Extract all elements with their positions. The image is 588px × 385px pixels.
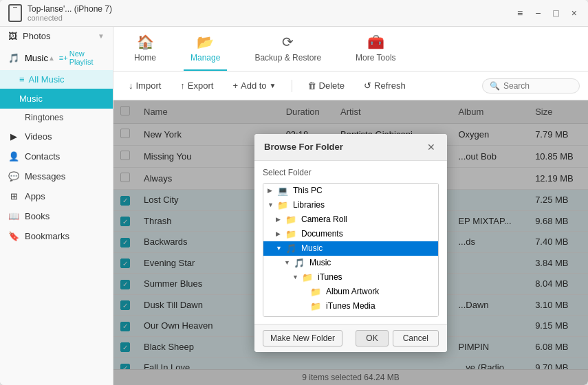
refresh-label: Refresh: [374, 80, 406, 91]
modal-close-button[interactable]: ✕: [425, 141, 437, 153]
tree-item[interactable]: 📁 iTunes Media: [263, 299, 438, 314]
add-to-button[interactable]: + Add to ▼: [226, 77, 283, 94]
manage-label: Manage: [190, 53, 220, 63]
sidebar-item-ringtones[interactable]: Ringtones: [0, 109, 113, 126]
tools-icon: 🧰: [367, 34, 384, 50]
add-icon: +: [232, 80, 238, 91]
videos-label: Videos: [25, 131, 52, 142]
modal-footer: Make New Folder OK Cancel: [254, 324, 447, 352]
refresh-button[interactable]: ↺ Refresh: [357, 77, 413, 94]
nav-backup[interactable]: ⟳ Backup & Restore: [248, 27, 328, 71]
backup-label: Backup & Restore: [254, 53, 321, 63]
photos-chevron: ▼: [98, 32, 105, 40]
tree-arrow: ▶: [276, 216, 283, 223]
sidebar-item-music-active[interactable]: Music: [0, 89, 113, 109]
device-info: Top-lanse'... (iPhone 7) connected: [28, 4, 112, 22]
tree-folder-icon: 💻: [277, 186, 288, 196]
delete-icon: 🗑: [307, 80, 316, 91]
tree-item[interactable]: 📁 Previous iTunes Libraries: [263, 314, 438, 317]
bookmarks-icon: 🔖: [8, 231, 19, 241]
tree-folder-icon: 📁: [310, 316, 321, 317]
modal-overlay: Browse For Folder ✕ Select Folder ▶ 💻 Th…: [113, 100, 588, 385]
search-input[interactable]: [503, 81, 572, 91]
sidebar: 🖼 Photos ▼ 🎵 Music ▲ ≡+ New Playlist: [0, 27, 113, 385]
tree-folder-icon: 📁: [285, 229, 296, 239]
sidebar-item-apps[interactable]: ⊞ Apps: [0, 186, 113, 206]
new-playlist-button[interactable]: ≡+ New Playlist: [59, 50, 105, 66]
sidebar-item-photos[interactable]: 🖼 Photos ▼: [0, 27, 113, 45]
tree-arrow: ▼: [292, 274, 299, 280]
search-box[interactable]: 🔍: [482, 78, 580, 94]
search-icon: 🔍: [490, 81, 500, 91]
tree-label: This PC: [293, 186, 323, 195]
select-label: Select Folder: [263, 168, 439, 177]
import-label: Import: [136, 80, 162, 91]
tree-item[interactable]: ▶ 📁 Documents: [263, 227, 438, 241]
right-panel: 🏠 Home 📂 Manage ⟳ Backup & Restore 🧰 Mor…: [113, 27, 588, 385]
tree-arrow: ▼: [268, 201, 274, 208]
new-playlist-icon: ≡+: [59, 54, 68, 62]
new-folder-button[interactable]: Make New Folder: [263, 330, 342, 346]
sidebar-item-books[interactable]: 📖 Books: [0, 206, 113, 226]
tree-folder-icon: 🎵: [294, 258, 305, 268]
new-playlist-label: New Playlist: [69, 50, 105, 66]
photos-icon: 🖼: [8, 31, 17, 41]
device-status: connected: [28, 14, 112, 22]
tree-item[interactable]: ▶ 📁 Camera Roll: [263, 212, 438, 227]
messages-icon: 💬: [8, 171, 19, 182]
tree-folder-icon: 📁: [310, 301, 321, 311]
tree-folder-icon: 📁: [310, 287, 321, 297]
table-and-modal: Name Duration Artist Album Size New York…: [113, 100, 588, 385]
ok-button[interactable]: OK: [356, 330, 388, 346]
videos-icon: ▶: [8, 131, 19, 142]
export-button[interactable]: ↑ Export: [173, 77, 220, 94]
maximize-button[interactable]: □: [550, 6, 561, 20]
sidebar-item-bookmarks[interactable]: 🔖 Bookmarks: [0, 226, 113, 246]
add-to-label: Add to: [241, 80, 267, 91]
nav-tools[interactable]: 🧰 More Tools: [349, 27, 402, 71]
tree-arrow: ▼: [284, 259, 291, 266]
close-button[interactable]: ×: [569, 6, 580, 20]
tree-item[interactable]: 📁 Album Artwork: [263, 285, 438, 299]
tree-item[interactable]: ▼ 📁 Libraries: [263, 198, 438, 212]
all-music-label: All Music: [29, 74, 65, 85]
tree-item[interactable]: ▼ 📁 iTunes: [263, 270, 438, 285]
manage-icon: 📂: [197, 34, 214, 50]
sidebar-item-music[interactable]: 🎵 Music ▲ ≡+ New Playlist: [0, 45, 113, 70]
device-name: Top-lanse'... (iPhone 7): [28, 4, 112, 14]
delete-button[interactable]: 🗑 Delete: [301, 77, 352, 94]
sidebar-item-contacts[interactable]: 👤 Contacts: [0, 146, 113, 166]
title-bar-right: ≡ − □ ×: [514, 6, 580, 20]
contacts-label: Contacts: [25, 151, 60, 162]
main-content: 🖼 Photos ▼ 🎵 Music ▲ ≡+ New Playlist: [0, 27, 588, 385]
tree-folder-icon: 📁: [285, 214, 296, 225]
browse-folder-modal: Browse For Folder ✕ Select Folder ▶ 💻 Th…: [254, 134, 447, 352]
tools-label: More Tools: [356, 53, 395, 63]
sidebar-item-videos[interactable]: ▶ Videos: [0, 126, 113, 146]
toolbar-divider: [292, 80, 292, 92]
minimize-button[interactable]: −: [532, 6, 543, 20]
sidebar-item-messages[interactable]: 💬 Messages: [0, 166, 113, 186]
tree-folder-icon: 📁: [302, 272, 313, 283]
folder-tree[interactable]: ▶ 💻 This PC ▼ 📁 Libraries ▶ 📁 Camera Rol…: [263, 183, 439, 317]
sidebar-item-all-music[interactable]: ≡ All Music: [0, 70, 113, 89]
tree-label: iTunes Media: [326, 301, 375, 311]
cancel-button[interactable]: Cancel: [393, 330, 439, 346]
bookmarks-label: Bookmarks: [25, 231, 69, 241]
import-button[interactable]: ↓ Import: [122, 77, 168, 94]
nav-home[interactable]: 🏠 Home: [127, 27, 163, 71]
modal-footer-right: OK Cancel: [356, 330, 439, 346]
tree-arrow: ▶: [268, 187, 274, 194]
nav-manage[interactable]: 📂 Manage: [184, 27, 227, 71]
tree-item[interactable]: ▶ 💻 This PC: [263, 184, 438, 198]
tree-arrow: ▼: [276, 245, 283, 252]
tree-item[interactable]: ▼ 🎵 Music: [263, 256, 438, 270]
music-chevron: ▲: [48, 54, 55, 62]
tree-item[interactable]: ▼ 🎵 Music: [263, 241, 438, 256]
device-icon: [8, 4, 22, 22]
books-icon: 📖: [8, 211, 19, 221]
music-label: Music: [25, 53, 48, 63]
menu-icon[interactable]: ≡: [514, 6, 525, 20]
modal-body: Select Folder ▶ 💻 This PC ▼ 📁 Libraries …: [254, 161, 447, 324]
music-icon: 🎵: [8, 53, 19, 63]
